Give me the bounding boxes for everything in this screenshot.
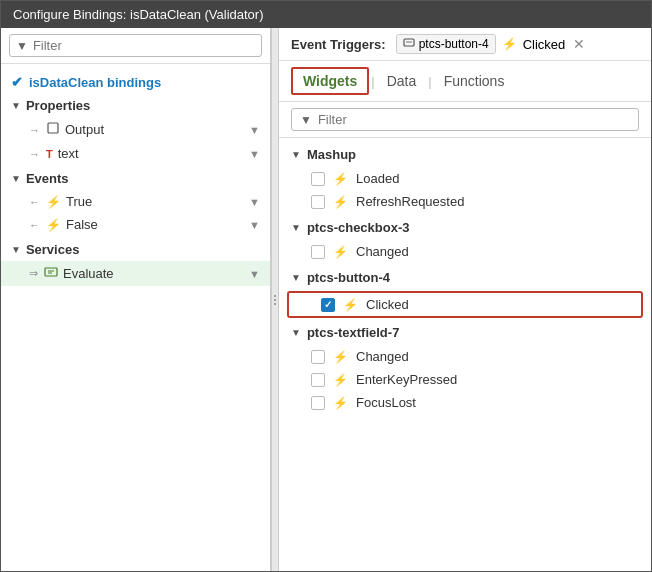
properties-header[interactable]: ▼ Properties — [1, 94, 270, 117]
textfield7-caret: ▼ — [291, 327, 301, 338]
mashup-group: ▼ Mashup ⚡ Loaded ⚡ RefreshRequested — [279, 142, 651, 213]
trigger-bolt-icon: ⚡ — [502, 37, 517, 51]
loaded-label: Loaded — [356, 171, 399, 186]
right-filter-input[interactable] — [318, 112, 630, 127]
bindings-label: isDataClean bindings — [29, 75, 161, 90]
events-group: ▼ Events ← ⚡ True ▼ ← ⚡ False ▼ — [1, 167, 270, 236]
tab-data[interactable]: Data — [377, 69, 427, 93]
services-label: Services — [26, 242, 80, 257]
trigger-close-button[interactable]: ✕ — [573, 36, 585, 52]
tf-changed-item[interactable]: ⚡ Changed — [279, 345, 651, 368]
button4-caret: ▼ — [291, 272, 301, 283]
left-filter-input-wrap[interactable]: ▼ — [9, 34, 262, 57]
trigger-event-label: Clicked — [523, 37, 566, 52]
tab-sep-2: | — [428, 74, 431, 89]
false-label: False — [66, 217, 249, 232]
properties-label: Properties — [26, 98, 90, 113]
output-icon — [46, 121, 60, 138]
loaded-bolt-icon: ⚡ — [333, 172, 348, 186]
services-caret: ▼ — [11, 244, 21, 255]
divider-dot-1 — [274, 295, 276, 297]
evaluate-item[interactable]: ⇒ Evaluate ▼ — [1, 261, 270, 286]
enter-key-checkbox[interactable] — [311, 373, 325, 387]
enter-key-item[interactable]: ⚡ EnterKeyPressed — [279, 368, 651, 391]
false-item[interactable]: ← ⚡ False ▼ — [1, 213, 270, 236]
window-title: Configure Bindings: isDataClean (Validat… — [13, 7, 264, 22]
widget-tree: ▼ Mashup ⚡ Loaded ⚡ RefreshRequested — [279, 138, 651, 571]
focus-lost-label: FocusLost — [356, 395, 416, 410]
right-panel: Event Triggers: ptcs-button-4 ⚡ Clicked … — [279, 28, 651, 571]
enter-key-label: EnterKeyPressed — [356, 372, 457, 387]
focus-lost-checkbox[interactable] — [311, 396, 325, 410]
cb3-changed-item[interactable]: ⚡ Changed — [279, 240, 651, 263]
configure-bindings-window: Configure Bindings: isDataClean (Validat… — [0, 0, 652, 572]
true-item[interactable]: ← ⚡ True ▼ — [1, 190, 270, 213]
button4-group: ▼ ptcs-button-4 ⚡ Clicked — [279, 265, 651, 318]
cb3-changed-label: Changed — [356, 244, 409, 259]
tab-data-label: Data — [387, 73, 417, 89]
bindings-header: ✔ isDataClean bindings — [1, 70, 270, 94]
checkbox3-group: ▼ ptcs-checkbox-3 ⚡ Changed — [279, 215, 651, 263]
cb3-changed-checkbox[interactable] — [311, 245, 325, 259]
loaded-checkbox[interactable] — [311, 172, 325, 186]
loaded-item[interactable]: ⚡ Loaded — [279, 167, 651, 190]
properties-group: ▼ Properties → Output ▼ → T tex — [1, 94, 270, 165]
trigger-widget-tag[interactable]: ptcs-button-4 — [396, 34, 496, 54]
left-filter-input[interactable] — [33, 38, 255, 53]
output-item[interactable]: → Output ▼ — [1, 117, 270, 142]
evaluate-arrow: ⇒ — [29, 267, 38, 280]
focus-lost-bolt-icon: ⚡ — [333, 396, 348, 410]
tab-widgets-label: Widgets — [303, 73, 357, 89]
button4-group-header[interactable]: ▼ ptcs-button-4 — [279, 265, 651, 290]
tf-changed-checkbox[interactable] — [311, 350, 325, 364]
textfield7-group-header[interactable]: ▼ ptcs-textfield-7 — [279, 320, 651, 345]
tab-functions[interactable]: Functions — [434, 69, 515, 93]
evaluate-dropdown[interactable]: ▼ — [249, 268, 260, 280]
mashup-label: Mashup — [307, 147, 356, 162]
enter-key-bolt-icon: ⚡ — [333, 373, 348, 387]
textfield7-group: ▼ ptcs-textfield-7 ⚡ Changed ⚡ EnterKeyP… — [279, 320, 651, 414]
refresh-requested-checkbox[interactable] — [311, 195, 325, 209]
tabs-bar: Widgets | Data | Functions — [279, 61, 651, 102]
check-icon: ✔ — [11, 74, 23, 90]
text-arrow: → — [29, 148, 40, 160]
tf-changed-label: Changed — [356, 349, 409, 364]
refresh-requested-item[interactable]: ⚡ RefreshRequested — [279, 190, 651, 213]
true-label: True — [66, 194, 249, 209]
clicked-checkbox[interactable] — [321, 298, 335, 312]
refresh-bolt-icon: ⚡ — [333, 195, 348, 209]
tab-functions-label: Functions — [444, 73, 505, 89]
svg-rect-4 — [404, 39, 414, 46]
text-item[interactable]: → T text ▼ — [1, 142, 270, 165]
focus-lost-item[interactable]: ⚡ FocusLost — [279, 391, 651, 414]
checkbox3-label: ptcs-checkbox-3 — [307, 220, 410, 235]
tab-widgets[interactable]: Widgets — [291, 67, 369, 95]
widget-tag-icon — [403, 37, 415, 51]
checkbox3-group-header[interactable]: ▼ ptcs-checkbox-3 — [279, 215, 651, 240]
right-filter-wrap[interactable]: ▼ — [291, 108, 639, 131]
event-triggers-label: Event Triggers: — [291, 37, 386, 52]
events-header[interactable]: ▼ Events — [1, 167, 270, 190]
mashup-group-header[interactable]: ▼ Mashup — [279, 142, 651, 167]
clicked-label: Clicked — [366, 297, 409, 312]
right-filter-bar: ▼ — [279, 102, 651, 138]
services-header[interactable]: ▼ Services — [1, 238, 270, 261]
tab-sep-1: | — [371, 74, 374, 89]
clicked-item[interactable]: ⚡ Clicked — [287, 291, 643, 318]
clicked-bolt-icon: ⚡ — [343, 298, 358, 312]
evaluate-label: Evaluate — [63, 266, 249, 281]
services-group: ▼ Services ⇒ Evaluate ▼ — [1, 238, 270, 286]
mashup-caret: ▼ — [291, 149, 301, 160]
panel-divider[interactable] — [271, 28, 279, 571]
textfield7-label: ptcs-textfield-7 — [307, 325, 399, 340]
false-dropdown[interactable]: ▼ — [249, 219, 260, 231]
text-dropdown[interactable]: ▼ — [249, 148, 260, 160]
event-triggers-bar: Event Triggers: ptcs-button-4 ⚡ Clicked … — [279, 28, 651, 61]
filter-icon: ▼ — [16, 39, 28, 53]
output-dropdown[interactable]: ▼ — [249, 124, 260, 136]
left-panel: ▼ ✔ isDataClean bindings ▼ Properties — [1, 28, 271, 571]
events-label: Events — [26, 171, 69, 186]
true-dropdown[interactable]: ▼ — [249, 196, 260, 208]
svg-rect-1 — [45, 268, 57, 276]
evaluate-service-icon — [44, 265, 58, 282]
